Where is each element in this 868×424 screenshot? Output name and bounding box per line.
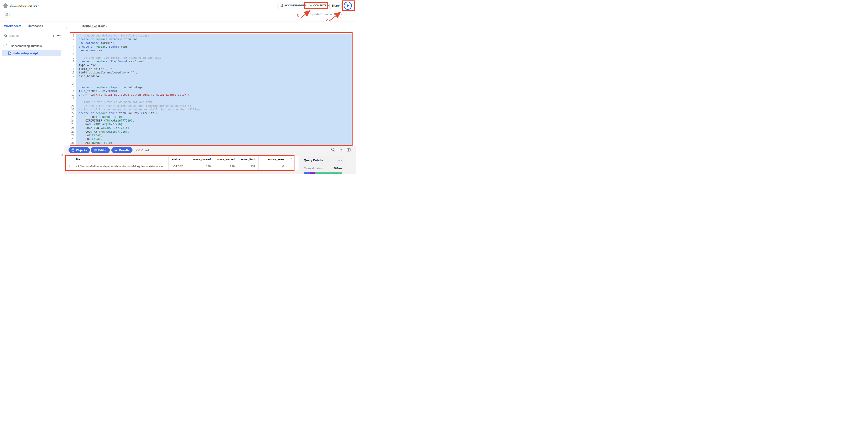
sql-editor[interactable]: 1-- create and define our formula1 datab…	[70, 32, 352, 146]
return-arrow-icon	[114, 149, 117, 152]
column-header[interactable]: error_limit	[238, 156, 259, 163]
code-line-content: COUNTRY VARCHAR(16777216),	[76, 130, 352, 134]
code-line-content: CIRCUITREF VARCHAR(16777216),	[76, 119, 352, 123]
line-number: 15	[70, 86, 75, 89]
duration-bar-segment	[304, 172, 310, 174]
code-line[interactable]: 14--	[70, 82, 352, 86]
code-line[interactable]: 13	[70, 78, 352, 82]
main-content: FORMULA1.RAW ▾ 1-- create and define our…	[64, 22, 356, 174]
duration-bar-segment	[310, 172, 316, 174]
line-number: 2	[70, 37, 75, 41]
editor-button[interactable]: Editor	[91, 147, 110, 153]
code-line[interactable]: 9type = csv	[70, 63, 352, 67]
code-line[interactable]: 22create or replace table formula1.raw.c…	[70, 111, 352, 115]
line-number: 19	[70, 100, 75, 104]
run-button[interactable]	[344, 2, 352, 10]
code-line[interactable]: 20-- we are first creating the table the…	[70, 104, 352, 108]
objects-button[interactable]: Objects	[68, 147, 90, 153]
updated-text: Updated 8 seconds ago	[310, 13, 340, 16]
code-line[interactable]: 28 LAT FLOAT,	[70, 134, 352, 137]
code-line-content: create or replace stage formula1_stage	[76, 86, 352, 89]
schema-context-selector[interactable]: FORMULA1.RAW ▾	[82, 25, 107, 28]
line-number: 1	[70, 34, 75, 37]
results-toolbar: Objects Editor Results	[64, 146, 356, 154]
sidebar-more-button[interactable]: •••	[57, 35, 61, 36]
code-line[interactable]: 1-- create and define our formula1 datab…	[70, 34, 352, 37]
worksheet-title[interactable]: data setup script ▾	[9, 4, 39, 7]
column-header[interactable]: rows_parsed	[187, 156, 214, 163]
code-line[interactable]: 8create or replace file format csvformat	[70, 60, 352, 63]
line-number: 22	[70, 111, 75, 115]
column-header[interactable]	[66, 156, 72, 163]
role-selector[interactable]: ACCOUNTADMIN	[277, 4, 308, 7]
results-label: Results	[119, 149, 129, 152]
search-input[interactable]: Search	[9, 34, 50, 37]
line-number: 11	[70, 71, 75, 74]
worksheet-title-text: data setup script	[9, 4, 37, 7]
code-line-content: create or replace table formula1.raw.cir…	[76, 111, 352, 115]
code-line-content: LOCATION VARCHAR(16777216),	[76, 126, 352, 130]
code-line-content: -- we are first creating the table then …	[76, 104, 352, 108]
column-header[interactable]: file	[72, 156, 168, 163]
code-line[interactable]: 19-- load in the 8 tables we need for ou…	[70, 100, 352, 104]
search-results-icon[interactable]	[331, 148, 335, 152]
line-number: 24	[70, 119, 75, 123]
query-details-title: Query Details	[304, 159, 323, 162]
lines-icon	[94, 149, 97, 152]
code-line[interactable]: 7-- define our file format for reading i…	[70, 56, 352, 60]
column-header[interactable]: errors_seen	[259, 156, 287, 163]
code-line[interactable]: 18	[70, 97, 352, 100]
tree-folder-benchmarking-tutorials[interactable]: › Benchmarking Tutorials	[0, 43, 64, 49]
tab-databases[interactable]: Databases	[28, 24, 43, 28]
code-line-content	[76, 52, 352, 56]
code-line[interactable]: 12skip_header=1;	[70, 74, 352, 78]
ellipsis-icon[interactable]: •••	[338, 159, 342, 161]
code-line[interactable]: 2create or replace database formula1;	[70, 37, 352, 41]
tree-item-label: data setup script	[13, 52, 38, 55]
tab-worksheets[interactable]: Worksheets	[4, 24, 21, 28]
download-icon[interactable]	[339, 148, 343, 152]
code-line[interactable]: 29 LNG FLOAT,	[70, 137, 352, 141]
schema-context-label: FORMULA1.RAW	[82, 25, 104, 28]
top-header: data setup script ▾ ACCOUNTADMIN COMPUTE…	[0, 0, 356, 22]
add-worksheet-button[interactable]: +	[52, 34, 55, 38]
chart-toggle[interactable]: Chart	[136, 147, 149, 153]
results-panel: Objects Editor Results	[64, 146, 356, 174]
code-line[interactable]: 6	[70, 52, 352, 56]
column-header[interactable]: f	[287, 156, 299, 163]
code-line[interactable]: 21-- think of this as an empty container…	[70, 108, 352, 111]
column-header[interactable]: status	[168, 156, 187, 163]
line-number: 29	[70, 137, 75, 141]
line-number: 30	[70, 141, 75, 145]
chevron-down-icon: ▾	[38, 4, 39, 7]
filters-button[interactable]	[3, 11, 9, 18]
column-header[interactable]: rows_loaded	[214, 156, 238, 163]
code-line[interactable]: 23 CIRCUITID NUMBER(38,0),	[70, 115, 352, 119]
results-button[interactable]: Results	[112, 147, 132, 153]
code-line[interactable]: 3use database formula1;	[70, 41, 352, 45]
left-sidebar: Worksheets Databases Search + ••• › Benc…	[0, 22, 64, 174]
table-row[interactable]: 1s3://formula1-dbt-cloud-python-demo/for…	[66, 163, 299, 170]
sidebar-tabs: Worksheets Databases	[0, 22, 64, 30]
code-line[interactable]: 4create or replace schema raw;	[70, 45, 352, 48]
code-line[interactable]: 5use schema raw;	[70, 48, 352, 52]
code-line[interactable]: 16file_format = csvformat	[70, 89, 352, 93]
toolbar-divider	[64, 154, 356, 154]
code-line[interactable]: 17url = 's3://formula1-dbt-cloud-python-…	[70, 93, 352, 97]
split-columns-icon[interactable]	[346, 148, 351, 152]
code-line[interactable]: 26 LOCATION VARCHAR(16777216),	[70, 126, 352, 130]
code-line[interactable]: 24 CIRCUITREF VARCHAR(16777216),	[70, 119, 352, 123]
code-line[interactable]: 15create or replace stage formula1_stage	[70, 86, 352, 89]
share-button[interactable]: Share	[330, 2, 342, 9]
code-line[interactable]: 27 COUNTRY VARCHAR(16777216),	[70, 130, 352, 134]
code-line[interactable]: 25 NAME VARCHAR(16777216),	[70, 123, 352, 126]
updated-timestamp[interactable]: Updated 8 seconds ago ▾	[304, 13, 342, 16]
tree-item-data-setup-script[interactable]: data setup script	[2, 50, 61, 56]
line-number: 14	[70, 82, 75, 86]
objects-label: Objects	[76, 149, 87, 152]
code-line[interactable]: 30 ALT NUMBER(38,0),	[70, 141, 352, 145]
line-number: 8	[70, 60, 75, 63]
code-line[interactable]: 11field_optionally_enclosed_by = '"',	[70, 71, 352, 74]
code-line[interactable]: 10field_delimiter =','	[70, 67, 352, 71]
home-icon[interactable]	[3, 3, 8, 8]
